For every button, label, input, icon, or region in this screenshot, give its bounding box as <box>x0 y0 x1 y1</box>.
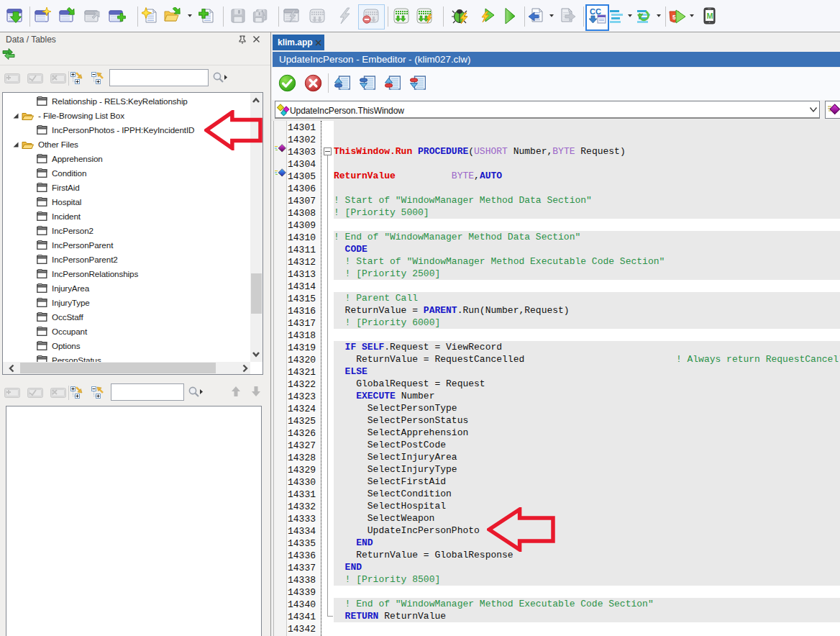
svg-text:5: 5 <box>672 14 676 21</box>
svg-text:M: M <box>707 12 713 20</box>
svg-text:CC: CC <box>590 7 601 16</box>
